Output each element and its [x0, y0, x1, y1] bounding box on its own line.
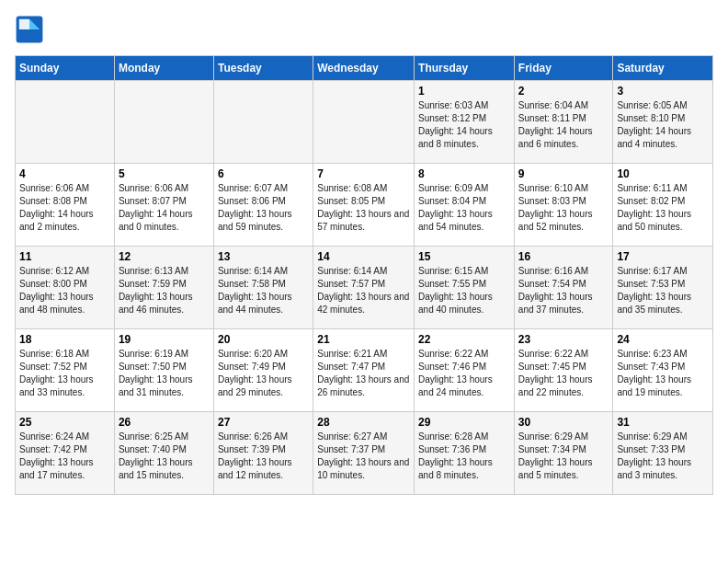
day-info: Sunrise: 6:22 AM Sunset: 7:46 PM Dayligh…: [418, 348, 510, 399]
day-number: 2: [518, 85, 609, 98]
col-header-wednesday: Wednesday: [313, 56, 415, 81]
day-info: Sunrise: 6:11 AM Sunset: 8:02 PM Dayligh…: [617, 182, 709, 234]
day-cell: 7Sunrise: 6:08 AM Sunset: 8:05 PM Daylig…: [313, 164, 415, 247]
day-info: Sunrise: 6:18 AM Sunset: 7:52 PM Dayligh…: [19, 348, 110, 399]
day-info: Sunrise: 6:29 AM Sunset: 7:33 PM Dayligh…: [617, 431, 709, 482]
calendar-table: SundayMondayTuesdayWednesdayThursdayFrid…: [15, 55, 713, 495]
day-cell: 15Sunrise: 6:15 AM Sunset: 7:55 PM Dayli…: [415, 247, 515, 329]
day-number: 12: [119, 250, 210, 263]
day-number: 17: [617, 250, 709, 263]
day-cell: 24Sunrise: 6:23 AM Sunset: 7:43 PM Dayli…: [613, 329, 713, 412]
day-cell: 10Sunrise: 6:11 AM Sunset: 8:02 PM Dayli…: [613, 164, 713, 247]
day-number: 6: [218, 167, 309, 180]
day-cell: [213, 81, 313, 164]
day-cell: [114, 81, 213, 164]
day-number: 5: [119, 167, 210, 180]
day-number: 20: [218, 333, 309, 346]
day-info: Sunrise: 6:26 AM Sunset: 7:39 PM Dayligh…: [218, 431, 309, 482]
day-number: 15: [418, 250, 510, 263]
day-number: 31: [617, 416, 709, 429]
day-info: Sunrise: 6:07 AM Sunset: 8:06 PM Dayligh…: [218, 182, 309, 234]
day-cell: 26Sunrise: 6:25 AM Sunset: 7:40 PM Dayli…: [114, 412, 213, 495]
day-info: Sunrise: 6:16 AM Sunset: 7:54 PM Dayligh…: [518, 265, 609, 316]
day-number: 7: [317, 167, 410, 180]
svg-rect-2: [19, 19, 29, 29]
day-info: Sunrise: 6:29 AM Sunset: 7:34 PM Dayligh…: [518, 431, 609, 482]
col-header-friday: Friday: [514, 56, 613, 81]
day-cell: 29Sunrise: 6:28 AM Sunset: 7:36 PM Dayli…: [415, 412, 515, 495]
day-info: Sunrise: 6:09 AM Sunset: 8:04 PM Dayligh…: [418, 182, 510, 234]
day-info: Sunrise: 6:03 AM Sunset: 8:12 PM Dayligh…: [418, 99, 510, 151]
day-info: Sunrise: 6:21 AM Sunset: 7:47 PM Dayligh…: [317, 348, 410, 399]
day-info: Sunrise: 6:15 AM Sunset: 7:55 PM Dayligh…: [418, 265, 510, 316]
day-number: 18: [19, 333, 110, 346]
day-cell: 16Sunrise: 6:16 AM Sunset: 7:54 PM Dayli…: [514, 247, 613, 329]
day-info: Sunrise: 6:20 AM Sunset: 7:49 PM Dayligh…: [218, 348, 309, 399]
header-row: SundayMondayTuesdayWednesdayThursdayFrid…: [16, 56, 713, 81]
day-number: 30: [518, 416, 609, 429]
day-cell: 1Sunrise: 6:03 AM Sunset: 8:12 PM Daylig…: [415, 81, 515, 164]
day-cell: 14Sunrise: 6:14 AM Sunset: 7:57 PM Dayli…: [313, 247, 415, 329]
day-number: 10: [617, 167, 709, 180]
day-number: 1: [418, 85, 510, 98]
day-info: Sunrise: 6:14 AM Sunset: 7:58 PM Dayligh…: [218, 265, 309, 316]
day-info: Sunrise: 6:06 AM Sunset: 8:08 PM Dayligh…: [19, 182, 110, 234]
logo-icon: [15, 15, 44, 44]
day-cell: 17Sunrise: 6:17 AM Sunset: 7:53 PM Dayli…: [613, 247, 713, 329]
day-cell: 27Sunrise: 6:26 AM Sunset: 7:39 PM Dayli…: [213, 412, 313, 495]
day-info: Sunrise: 6:22 AM Sunset: 7:45 PM Dayligh…: [518, 348, 609, 399]
day-cell: 8Sunrise: 6:09 AM Sunset: 8:04 PM Daylig…: [415, 164, 515, 247]
col-header-sunday: Sunday: [16, 56, 115, 81]
day-number: 23: [518, 333, 609, 346]
day-info: Sunrise: 6:12 AM Sunset: 8:00 PM Dayligh…: [19, 265, 110, 316]
page-header: [15, 15, 713, 44]
day-number: 19: [119, 333, 210, 346]
day-cell: [313, 81, 415, 164]
day-info: Sunrise: 6:23 AM Sunset: 7:43 PM Dayligh…: [617, 348, 709, 399]
day-info: Sunrise: 6:17 AM Sunset: 7:53 PM Dayligh…: [617, 265, 709, 316]
day-number: 21: [317, 333, 410, 346]
week-row-4: 18Sunrise: 6:18 AM Sunset: 7:52 PM Dayli…: [16, 329, 713, 412]
day-cell: 19Sunrise: 6:19 AM Sunset: 7:50 PM Dayli…: [114, 329, 213, 412]
day-cell: 30Sunrise: 6:29 AM Sunset: 7:34 PM Dayli…: [514, 412, 613, 495]
day-cell: 18Sunrise: 6:18 AM Sunset: 7:52 PM Dayli…: [16, 329, 115, 412]
day-cell: 5Sunrise: 6:06 AM Sunset: 8:07 PM Daylig…: [114, 164, 213, 247]
week-row-1: 1Sunrise: 6:03 AM Sunset: 8:12 PM Daylig…: [16, 81, 713, 164]
logo: [15, 15, 48, 44]
day-number: 24: [617, 333, 709, 346]
day-cell: 20Sunrise: 6:20 AM Sunset: 7:49 PM Dayli…: [213, 329, 313, 412]
col-header-tuesday: Tuesday: [213, 56, 313, 81]
day-number: 16: [518, 250, 609, 263]
day-cell: 12Sunrise: 6:13 AM Sunset: 7:59 PM Dayli…: [114, 247, 213, 329]
day-info: Sunrise: 6:25 AM Sunset: 7:40 PM Dayligh…: [119, 431, 210, 482]
day-info: Sunrise: 6:13 AM Sunset: 7:59 PM Dayligh…: [119, 265, 210, 316]
col-header-thursday: Thursday: [415, 56, 515, 81]
day-number: 13: [218, 250, 309, 263]
day-cell: 28Sunrise: 6:27 AM Sunset: 7:37 PM Dayli…: [313, 412, 415, 495]
day-cell: 9Sunrise: 6:10 AM Sunset: 8:03 PM Daylig…: [514, 164, 613, 247]
day-cell: 21Sunrise: 6:21 AM Sunset: 7:47 PM Dayli…: [313, 329, 415, 412]
day-number: 11: [19, 250, 110, 263]
day-number: 4: [19, 167, 110, 180]
day-info: Sunrise: 6:27 AM Sunset: 7:37 PM Dayligh…: [317, 431, 410, 482]
day-info: Sunrise: 6:14 AM Sunset: 7:57 PM Dayligh…: [317, 265, 410, 316]
day-cell: 13Sunrise: 6:14 AM Sunset: 7:58 PM Dayli…: [213, 247, 313, 329]
day-number: 28: [317, 416, 410, 429]
day-info: Sunrise: 6:05 AM Sunset: 8:10 PM Dayligh…: [617, 99, 709, 151]
day-number: 14: [317, 250, 410, 263]
week-row-3: 11Sunrise: 6:12 AM Sunset: 8:00 PM Dayli…: [16, 247, 713, 329]
day-number: 3: [617, 85, 709, 98]
day-info: Sunrise: 6:28 AM Sunset: 7:36 PM Dayligh…: [418, 431, 510, 482]
day-number: 29: [418, 416, 510, 429]
day-cell: [16, 81, 115, 164]
day-info: Sunrise: 6:04 AM Sunset: 8:11 PM Dayligh…: [518, 99, 609, 151]
day-number: 8: [418, 167, 510, 180]
day-cell: 6Sunrise: 6:07 AM Sunset: 8:06 PM Daylig…: [213, 164, 313, 247]
col-header-saturday: Saturday: [613, 56, 713, 81]
day-cell: 23Sunrise: 6:22 AM Sunset: 7:45 PM Dayli…: [514, 329, 613, 412]
day-info: Sunrise: 6:24 AM Sunset: 7:42 PM Dayligh…: [19, 431, 110, 482]
day-cell: 25Sunrise: 6:24 AM Sunset: 7:42 PM Dayli…: [16, 412, 115, 495]
day-cell: 2Sunrise: 6:04 AM Sunset: 8:11 PM Daylig…: [514, 81, 613, 164]
day-number: 9: [518, 167, 609, 180]
week-row-2: 4Sunrise: 6:06 AM Sunset: 8:08 PM Daylig…: [16, 164, 713, 247]
